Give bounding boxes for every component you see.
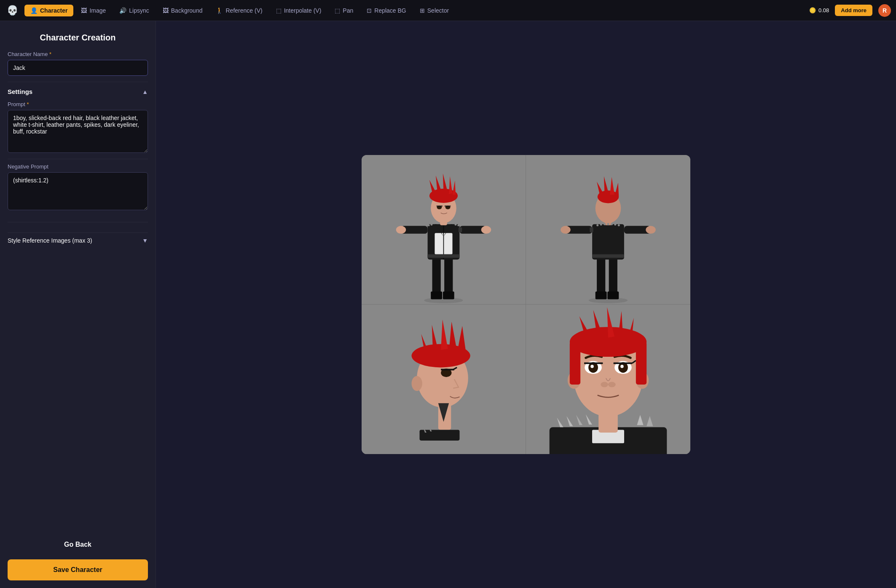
svg-point-14	[396, 226, 406, 234]
nav-tab-background-label: Background	[171, 7, 203, 14]
preview-side-profile	[362, 305, 526, 454]
svg-point-30	[457, 225, 459, 227]
preview-full-body-back	[526, 155, 690, 305]
nav-tab-reference-label: Reference (V)	[225, 7, 262, 14]
character-nav-icon: 👤	[30, 7, 38, 14]
nav-tab-image-label: Image	[89, 7, 106, 14]
nav-tab-lipsync-label: Lipsync	[129, 7, 149, 14]
prompt-label: Prompt *	[8, 101, 148, 107]
svg-point-98	[601, 382, 608, 388]
nav-tab-pan[interactable]: ⬚ Pan	[329, 5, 359, 16]
svg-point-94	[620, 365, 624, 368]
svg-rect-36	[609, 258, 617, 297]
svg-point-57	[614, 224, 616, 226]
nav-tab-interpolate[interactable]: ⬚ Interpolate (V)	[270, 5, 327, 16]
save-character-button[interactable]: Save Character	[8, 559, 148, 580]
nav-tab-interpolate-label: Interpolate (V)	[284, 7, 322, 14]
nav-tab-background[interactable]: 🖼 Background	[157, 5, 209, 16]
negative-prompt-field: Negative Prompt	[8, 163, 148, 212]
top-nav: 💀 👤 Character 🖼 Image 🔊 Lipsync 🖼 Backgr…	[0, 0, 896, 21]
character-preview	[362, 155, 690, 454]
chevron-up-icon: ▲	[142, 88, 148, 95]
lipsync-nav-icon: 🔊	[119, 7, 126, 14]
svg-rect-35	[597, 258, 605, 297]
avatar: R	[878, 4, 891, 17]
sidebar-title: Character Creation	[8, 33, 148, 43]
preview-full-body-front	[362, 155, 526, 305]
nav-tab-image[interactable]: 🖼 Image	[75, 5, 112, 16]
prompt-required: *	[27, 101, 29, 107]
svg-rect-2	[432, 258, 441, 297]
credits-icon: 🪙	[809, 7, 816, 13]
main-layout: Character Creation Character Name * Sett…	[0, 21, 896, 588]
interpolate-nav-icon: ⬚	[276, 7, 282, 14]
svg-point-44	[646, 226, 656, 234]
svg-rect-106	[570, 342, 580, 385]
svg-rect-107	[636, 342, 647, 385]
character-front-svg	[362, 155, 526, 304]
svg-rect-59	[590, 227, 593, 233]
character-back-svg	[526, 155, 690, 304]
svg-point-54	[604, 223, 606, 225]
character-name-input[interactable]	[8, 60, 148, 76]
go-back-button[interactable]: Go Back	[8, 536, 148, 553]
svg-point-55	[607, 223, 609, 225]
character-name-label: Character Name *	[8, 51, 148, 57]
style-ref-label: Style Reference Images (max 3)	[8, 237, 92, 244]
preview-face-closeup	[526, 305, 690, 454]
prompt-input[interactable]	[8, 110, 148, 153]
svg-point-99	[608, 382, 616, 388]
prompt-field: Prompt *	[8, 101, 148, 155]
svg-point-15	[481, 226, 491, 234]
background-nav-icon: 🖼	[163, 7, 169, 14]
settings-header[interactable]: Settings ▲	[8, 88, 148, 95]
svg-rect-32	[459, 227, 462, 233]
nav-tab-pan-label: Pan	[343, 7, 353, 14]
divider-1	[8, 159, 148, 159]
svg-point-43	[561, 226, 571, 234]
nav-tab-character[interactable]: 👤 Character	[24, 5, 73, 16]
nav-tab-lipsync[interactable]: 🔊 Lipsync	[113, 5, 155, 16]
reference-nav-icon: 🚶	[216, 7, 223, 14]
svg-point-52	[596, 225, 598, 227]
svg-point-28	[428, 225, 430, 227]
svg-rect-4	[431, 292, 442, 300]
replace-bg-nav-icon: ⊡	[367, 7, 372, 14]
nav-tab-selector[interactable]: ⊞ Selector	[414, 5, 455, 16]
add-more-button[interactable]: Add more	[835, 5, 872, 16]
image-nav-icon: 🖼	[81, 7, 87, 14]
svg-point-63	[412, 376, 422, 391]
nav-tab-replace-bg-label: Replace BG	[374, 7, 406, 14]
svg-point-56	[611, 223, 613, 225]
nav-tab-replace-bg[interactable]: ⊡ Replace BG	[361, 5, 412, 16]
pan-nav-icon: ⬚	[335, 7, 340, 14]
settings-section: Settings ▲ Prompt * Negative Prompt	[8, 82, 148, 212]
sidebar: Character Creation Character Name * Sett…	[0, 21, 156, 588]
character-face-svg	[526, 305, 690, 454]
nav-tab-character-label: Character	[40, 7, 67, 14]
svg-point-91	[590, 365, 594, 368]
app-logo: 💀	[5, 3, 19, 18]
style-reference-section[interactable]: Style Reference Images (max 3) ▼	[8, 233, 148, 248]
credits-display: 🪙 0.08	[809, 7, 829, 13]
character-name-field: Character Name *	[8, 51, 148, 76]
svg-rect-40	[592, 254, 624, 258]
nav-tab-reference[interactable]: 🚶 Reference (V)	[210, 5, 268, 16]
settings-title: Settings	[8, 88, 32, 95]
credits-value: 0.08	[818, 7, 829, 13]
svg-rect-5	[443, 292, 454, 300]
svg-rect-37	[596, 292, 607, 300]
selector-nav-icon: ⊞	[420, 7, 425, 14]
divider-2	[8, 222, 148, 222]
svg-point-31	[455, 224, 457, 226]
negative-prompt-input[interactable]	[8, 172, 148, 210]
svg-point-53	[600, 224, 602, 226]
content-area	[156, 21, 896, 588]
negative-prompt-label: Negative Prompt	[8, 163, 148, 170]
svg-point-58	[618, 225, 620, 227]
character-name-required: *	[49, 51, 51, 57]
nav-tab-selector-label: Selector	[427, 7, 449, 14]
svg-rect-11	[428, 254, 460, 258]
chevron-down-icon: ▼	[142, 237, 148, 244]
character-side-svg	[362, 305, 526, 454]
